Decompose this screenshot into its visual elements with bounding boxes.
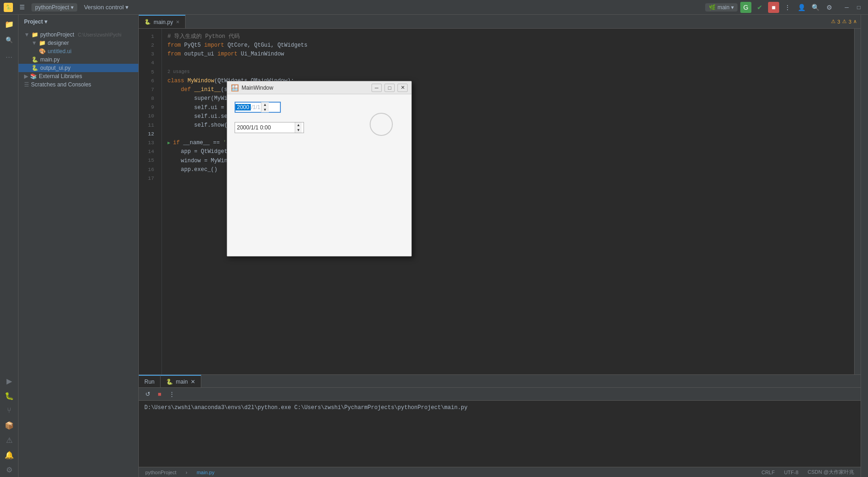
branch-name: main ▾ — [718, 4, 734, 11]
bottom-more-button[interactable]: ⋮ — [167, 389, 177, 399]
line-8: 8 — [139, 94, 158, 103]
branch-icon: 🌿 — [709, 4, 716, 11]
maximize-button[interactable]: □ — [853, 2, 864, 13]
root-folder-label: pythonProject — [40, 31, 74, 38]
folder-collapse-icon: ▼ — [24, 31, 30, 38]
folder-expand-icon: ▼ — [31, 40, 37, 46]
more-options-button[interactable]: ⋮ — [782, 2, 793, 13]
tree-item-main-py[interactable]: 🐍 main.py — [19, 55, 138, 64]
untitled-ui-label: untitled.ui — [48, 48, 71, 55]
datetime-increment-button[interactable]: ▲ — [295, 122, 302, 128]
datetime-spinbox-buttons: ▲ ▼ — [295, 122, 302, 133]
line-1: 1 — [139, 32, 158, 41]
fw-minimize-button[interactable]: ─ — [372, 84, 382, 92]
profile-button[interactable]: 👤 — [796, 2, 807, 13]
bottom-tab-run[interactable]: Run — [139, 375, 161, 387]
date-selected-year: 2000 — [236, 104, 251, 110]
datetime-value: 2000/1/1 0:00 — [237, 124, 295, 131]
rerun-button[interactable]: ↺ — [143, 389, 153, 399]
warning-icon: ⚠ — [831, 18, 836, 24]
tree-item-scratches[interactable]: ☰ Scratches and Consoles — [19, 80, 138, 89]
ext-libs-folder-icon: 📚 — [30, 73, 37, 80]
datetime-decrement-button[interactable]: ▼ — [295, 128, 302, 133]
code-line-4 — [167, 59, 849, 68]
date-increment-button[interactable]: ▲ — [261, 102, 269, 107]
sidebar-icon-folder[interactable]: 📁 — [2, 17, 17, 31]
sidebar-icon-more[interactable]: … — [2, 48, 17, 63]
window-controls: ─ □ — [841, 2, 864, 13]
settings-button[interactable]: ⚙ — [824, 2, 835, 13]
output-py-icon: 🐍 — [31, 65, 38, 71]
tab-py-icon: 🐍 — [144, 19, 151, 25]
output-ui-label: output_ui.py — [40, 65, 70, 71]
project-selector[interactable]: pythonProject ▾ — [31, 3, 77, 12]
warning-count-2: 3 — [849, 19, 851, 24]
line-5: 5 — [139, 68, 158, 77]
warning-count-1: 3 — [837, 19, 840, 24]
editor-area: 🐍 main.py ✕ ⚠ 3 ⚠ 3 ∧ 1 2 3 — [139, 15, 861, 374]
tree-item-untitled-ui[interactable]: 🎨 untitled.ui — [19, 47, 138, 55]
stop-run-button[interactable]: ■ — [155, 389, 165, 399]
run-line-button[interactable]: ▶ — [167, 140, 170, 147]
line-12: 12 — [139, 130, 158, 139]
warning-icon-2: ⚠ — [842, 18, 847, 24]
sidebar-icon-git[interactable]: ⑂ — [2, 403, 17, 418]
line-11: 11 — [139, 121, 158, 130]
line-2: 2 — [139, 41, 158, 50]
close-tab-button[interactable]: ✕ — [176, 19, 180, 24]
app-logo: 🐍 — [4, 3, 13, 12]
root-path: C:\Users\zwshi\Pychi — [78, 32, 121, 37]
version-control-menu[interactable]: Version control ▾ — [81, 3, 131, 12]
sidebar-icon-settings2[interactable]: ⚙ — [2, 462, 17, 477]
main-py-label: main.py — [40, 56, 60, 63]
code-line-2: from PyQt5 import QtCore, QtGui, QtWidge… — [167, 41, 849, 50]
line-6: 6 — [139, 77, 158, 86]
sidebar-icon-search[interactable]: 🔍 — [2, 32, 17, 47]
line-7: 7 — [139, 86, 158, 94]
fw-close-button[interactable]: ✕ — [397, 84, 408, 92]
fw-maximize-button[interactable]: □ — [384, 84, 395, 92]
close-main-tab-button[interactable]: ✕ — [191, 379, 195, 385]
bottom-tab-bar: Run 🐍 main ✕ — [139, 375, 861, 388]
title-bar-right: 🌿 main ▾ G ✔ ■ ⋮ 👤 🔍 ⚙ ─ □ — [705, 2, 864, 13]
branch-selector[interactable]: 🌿 main ▾ — [705, 3, 738, 12]
date-spinbox[interactable]: 2000 /1/1 ▲ ▼ — [235, 102, 281, 113]
commit-button[interactable]: ✔ — [754, 2, 765, 13]
tree-item-output-ui[interactable]: 🐍 output_ui.py — [19, 64, 138, 72]
qt-main-window: 🪟 MainWindow ─ □ ✕ 2000 /1/1 ▲ — [227, 81, 412, 257]
line-17: 17 — [139, 174, 158, 183]
editor-tab-bar: 🐍 main.py ✕ ⚠ 3 ⚠ 3 ∧ — [139, 15, 861, 29]
sidebar-icon-notifications[interactable]: 🔔 — [2, 447, 17, 462]
editor-scrollbar[interactable] — [854, 29, 861, 374]
root-folder-icon: 📁 — [31, 31, 38, 38]
datetime-widget[interactable]: 2000/1/1 0:00 ▲ ▼ — [235, 122, 304, 133]
sidebar-icon-problems[interactable]: ⚠ — [2, 433, 17, 447]
fw-content: 2000 /1/1 ▲ ▼ 2000/1/1 0:0 — [227, 94, 411, 256]
sidebar-icon-debug[interactable]: 🐛 — [2, 388, 17, 403]
minimize-button[interactable]: ─ — [841, 2, 852, 13]
main-layout: 📁 🔍 … ▶ 🐛 ⑂ 📦 ⚠ 🔔 ⚙ Project ▾ ▼ 📁 python… — [0, 15, 868, 477]
run-button[interactable]: G — [740, 2, 751, 13]
hamburger-menu[interactable]: ☰ — [17, 3, 28, 12]
scratches-icon: ☰ — [24, 81, 29, 88]
stop-button[interactable]: ■ — [768, 2, 779, 13]
sidebar-icon-run[interactable]: ▶ — [2, 373, 17, 388]
tree-item-ext-libs[interactable]: ▶ 📚 External Libraries — [19, 72, 138, 80]
tab-main-py[interactable]: 🐍 main.py ✕ — [139, 15, 186, 28]
bottom-toolbar: ↺ ■ ⋮ — [139, 388, 861, 401]
bottom-tab-main[interactable]: 🐍 main ✕ — [161, 375, 201, 387]
circle-widget — [370, 113, 393, 136]
search-button[interactable]: 🔍 — [810, 2, 821, 13]
fw-icon: 🪟 — [231, 84, 239, 92]
date-decrement-button[interactable]: ▼ — [261, 107, 269, 112]
tree-item-designer[interactable]: ▼ 📁 designer — [19, 39, 138, 47]
status-csdn: CSDN @大作家叶兆 — [805, 469, 857, 476]
designer-folder-icon: 📁 — [39, 40, 46, 46]
sidebar-icon-packages[interactable]: 📦 — [2, 418, 17, 433]
status-bar: pythonProject › main.py CRLF UTF-8 CSDN … — [139, 467, 861, 477]
collapse-icon[interactable]: ∧ — [853, 18, 857, 24]
tree-item-root[interactable]: ▼ 📁 pythonProject C:\Users\zwshi\Pychi — [19, 31, 138, 39]
editor-bottom-container: 🐍 main.py ✕ ⚠ 3 ⚠ 3 ∧ 1 2 3 — [139, 15, 861, 477]
code-line-1: # 导入生成的 Python 代码 — [167, 32, 849, 41]
line-4: 4 — [139, 59, 158, 68]
